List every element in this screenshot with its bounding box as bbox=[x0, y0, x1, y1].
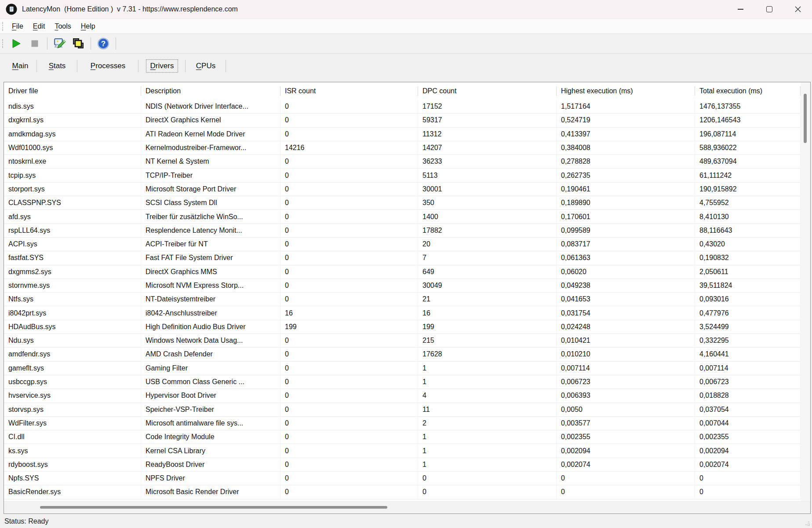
cell-highest-execution-ms: 0,083717 bbox=[557, 238, 695, 251]
cell-dpc-count: 199 bbox=[418, 320, 557, 334]
tab-drivers[interactable]: Drivers bbox=[138, 54, 186, 78]
cell-isr-count: 0 bbox=[280, 265, 418, 279]
close-button[interactable] bbox=[783, 0, 812, 18]
cell-highest-execution-ms: 1,517164 bbox=[557, 100, 695, 113]
table-row[interactable]: Npfs.SYSNPFS Driver0000 bbox=[4, 472, 801, 485]
cell-dpc-count: 1 bbox=[418, 375, 557, 389]
cell-isr-count: 0 bbox=[280, 485, 418, 499]
cell-dpc-count: 21 bbox=[418, 293, 557, 306]
options-button[interactable] bbox=[52, 36, 68, 51]
cell-total-execution-ms: 489,637094 bbox=[695, 155, 801, 168]
cell-description: ACPI-Treiber für NT bbox=[141, 238, 280, 251]
cell-highest-execution-ms: 0,006723 bbox=[557, 375, 695, 389]
table-row[interactable]: ntoskrnl.exeNT Kernel & System0362330,27… bbox=[4, 155, 801, 169]
help-button[interactable]: ? bbox=[95, 36, 111, 51]
cell-isr-count: 0 bbox=[280, 375, 418, 389]
cell-description: TCP/IP-Treiber bbox=[141, 169, 280, 182]
cell-driver-file: Npfs.SYS bbox=[4, 472, 141, 485]
column-header-highest-execution-ms[interactable]: Highest execution (ms) bbox=[557, 82, 695, 100]
horizontal-scrollbar[interactable] bbox=[4, 501, 810, 513]
cell-dpc-count: 30001 bbox=[418, 183, 557, 196]
column-header-description[interactable]: Description bbox=[141, 82, 280, 100]
toolbar-gripper bbox=[2, 39, 3, 48]
table-row[interactable]: stornvme.sysMicrosoft NVM Express Storp.… bbox=[4, 279, 801, 293]
cell-total-execution-ms: 588,936022 bbox=[695, 141, 801, 154]
copy-report-button[interactable] bbox=[70, 36, 86, 51]
table-row[interactable]: Ndu.sysWindows Network Data Usag...02150… bbox=[4, 334, 801, 348]
cell-total-execution-ms: 0,002355 bbox=[695, 430, 801, 444]
table-row[interactable]: rdyboost.sysReadyBoost Driver010,0020740… bbox=[4, 458, 801, 472]
cell-driver-file: tcpip.sys bbox=[4, 169, 141, 182]
tab-stats[interactable]: Stats bbox=[37, 54, 77, 78]
column-header-driver-file[interactable]: Driver file bbox=[4, 82, 141, 100]
table-row[interactable]: afd.sysTreiber für zusätzliche WinSo...0… bbox=[4, 210, 801, 224]
tab-label: Processes bbox=[87, 60, 129, 72]
cell-driver-file: afd.sys bbox=[4, 210, 141, 223]
table-row[interactable]: rspLLL64.sysResplendence Latency Monit..… bbox=[4, 224, 801, 238]
tab-main[interactable]: Main bbox=[4, 54, 37, 78]
drivers-table: Driver fileDescriptionISR countDPC count… bbox=[4, 82, 811, 514]
table-row[interactable]: hvservice.sysHypervisor Boot Driver040,0… bbox=[4, 389, 801, 403]
cell-total-execution-ms: 8,410130 bbox=[695, 210, 801, 223]
cell-dpc-count: 649 bbox=[418, 265, 557, 279]
stop-icon bbox=[29, 38, 40, 49]
question-mark-icon: ? bbox=[97, 37, 110, 50]
table-row[interactable]: amdfendr.sysAMD Crash Defender0176280,01… bbox=[4, 348, 801, 361]
table-row[interactable]: Ntfs.sysNT-Dateisystemtreiber0210,041653… bbox=[4, 293, 801, 306]
cell-description: NDIS (Network Driver Interface... bbox=[141, 100, 280, 113]
cell-driver-file: BasicRender.sys bbox=[4, 485, 141, 499]
cell-description: USB Common Class Generic ... bbox=[141, 375, 280, 389]
table-row[interactable]: i8042prt.sysi8042-Anschlusstreiber16160,… bbox=[4, 306, 801, 320]
cell-isr-count: 0 bbox=[280, 334, 418, 347]
table-row[interactable]: dxgkrnl.sysDirectX Graphics Kernel059317… bbox=[4, 114, 801, 127]
table-row[interactable]: CI.dllCode Integrity Module010,0023550,0… bbox=[4, 430, 801, 444]
table-row[interactable]: ACPI.sysACPI-Treiber für NT0200,0837170,… bbox=[4, 238, 801, 251]
column-header-total-execution-ms[interactable]: Total execution (ms) bbox=[695, 82, 801, 100]
menu-file[interactable]: File bbox=[12, 22, 23, 30]
table-row[interactable]: usbccgp.sysUSB Common Class Generic ...0… bbox=[4, 375, 801, 389]
cell-isr-count: 0 bbox=[280, 224, 418, 237]
table-row[interactable]: WdFilter.sysMicrosoft antimalware file s… bbox=[4, 417, 801, 430]
minimize-button[interactable] bbox=[726, 0, 755, 18]
table-row[interactable]: HDAudBus.sysHigh Definition Audio Bus Dr… bbox=[4, 320, 801, 334]
horizontal-scrollbar-thumb[interactable] bbox=[40, 506, 387, 509]
window-title: LatencyMon (Home Edition ) v 7.31 - http… bbox=[22, 5, 238, 13]
table-row[interactable]: tcpip.sysTCP/IP-Treiber051130,26273561,1… bbox=[4, 169, 801, 182]
table-row[interactable]: amdkmdag.sysATI Radeon Kernel Mode Drive… bbox=[4, 128, 801, 141]
cell-highest-execution-ms: 0,010421 bbox=[557, 334, 695, 347]
table-row[interactable]: storvsp.sysSpeicher-VSP-Treiber0110,0050… bbox=[4, 403, 801, 417]
stop-monitor-button[interactable] bbox=[27, 36, 43, 51]
table-row[interactable]: BasicRender.sysMicrosoft Basic Render Dr… bbox=[4, 485, 801, 499]
table-row[interactable]: CLASSPNP.SYSSCSI Class System Dll03500,1… bbox=[4, 196, 801, 210]
cell-total-execution-ms: 0,002074 bbox=[695, 458, 801, 471]
column-header-isr-count[interactable]: ISR count bbox=[280, 82, 418, 100]
column-header-dpc-count[interactable]: DPC count bbox=[418, 82, 557, 100]
menu-tools[interactable]: Tools bbox=[55, 22, 71, 30]
cell-driver-file: amdkmdag.sys bbox=[4, 128, 141, 141]
table-row[interactable]: dxgmms2.sysDirectX Graphics MMS06490,060… bbox=[4, 265, 801, 279]
table-row[interactable]: storport.sysMicrosoft Storage Port Drive… bbox=[4, 183, 801, 196]
table-row[interactable]: fastfat.SYSFast FAT File System Driver07… bbox=[4, 251, 801, 265]
cell-isr-count: 0 bbox=[280, 100, 418, 113]
cell-description: Fast FAT File System Driver bbox=[141, 251, 280, 264]
cell-total-execution-ms: 0 bbox=[695, 485, 801, 499]
vertical-scrollbar[interactable] bbox=[801, 82, 810, 501]
maximize-button[interactable] bbox=[755, 0, 783, 18]
tab-cpus[interactable]: CPUs bbox=[186, 54, 226, 78]
start-monitor-button[interactable] bbox=[8, 36, 24, 51]
cell-dpc-count: 350 bbox=[418, 196, 557, 209]
table-row[interactable]: ndis.sysNDIS (Network Driver Interface..… bbox=[4, 100, 801, 114]
tab-label: Main bbox=[8, 60, 33, 72]
cell-dpc-count: 20 bbox=[418, 238, 557, 251]
menu-edit[interactable]: Edit bbox=[33, 22, 45, 30]
resize-grip[interactable] bbox=[808, 524, 809, 525]
cell-dpc-count: 14207 bbox=[418, 141, 557, 154]
table-row[interactable]: Wdf01000.sysKernelmodustreiber-Framewor.… bbox=[4, 141, 801, 155]
table-row[interactable]: ks.sysKernel CSA Library010,0020940,0020… bbox=[4, 444, 801, 458]
cell-total-execution-ms: 4,160441 bbox=[695, 348, 801, 361]
menu-help[interactable]: Help bbox=[81, 22, 95, 30]
tab-processes[interactable]: Processes bbox=[77, 54, 138, 78]
vertical-scrollbar-thumb[interactable] bbox=[804, 94, 807, 143]
cell-dpc-count: 5113 bbox=[418, 169, 557, 182]
table-row[interactable]: gameflt.sysGaming Filter010,0071140,0071… bbox=[4, 362, 801, 375]
